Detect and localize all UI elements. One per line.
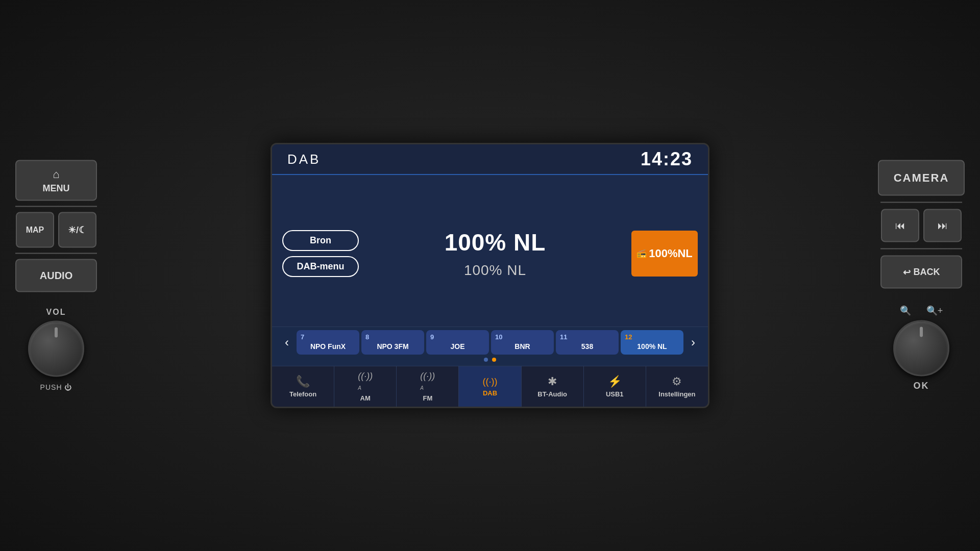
zoom-minus-icon: 🔍 xyxy=(900,305,911,316)
map-label: MAP xyxy=(26,226,44,235)
prev-icon: ⏮ xyxy=(895,220,905,232)
zoom-plus-icon: 🔍+ xyxy=(926,305,943,316)
presets-prev-arrow[interactable]: ‹ xyxy=(277,330,297,355)
vol-label: VOL xyxy=(46,308,66,317)
presets-section: ‹ 7 NPO FunX 8 NPO 3FM 9 JOE xyxy=(272,327,708,366)
audio-label: AUDIO xyxy=(40,270,72,282)
phone-icon: 📞 xyxy=(296,375,310,388)
page-dots xyxy=(272,355,708,363)
screen-content: Bron DAB-menu 100% NL 100% NL 📻 100%NL xyxy=(272,175,708,407)
screen-header: DAB 14:23 xyxy=(272,144,708,175)
ok-label: OK xyxy=(914,381,929,391)
preset-item[interactable]: 11 538 xyxy=(556,330,619,355)
fm-icon: ((·))A xyxy=(420,371,435,392)
volume-knob[interactable] xyxy=(28,321,84,377)
main-screen: DAB 14:23 Bron DAB-menu 100% NL 100% NL xyxy=(271,143,709,408)
nav-item-dab[interactable]: ((·)) DAB xyxy=(459,366,521,407)
logo-radio-icon: 📻 xyxy=(636,248,647,258)
preset-item[interactable]: 10 BNR xyxy=(491,330,554,355)
bron-button[interactable]: Bron xyxy=(282,230,359,251)
station-info: 100% NL 100% NL xyxy=(369,229,621,279)
camera-label: CAMERA xyxy=(894,171,949,184)
header-time: 14:23 xyxy=(641,148,693,170)
source-buttons: Bron DAB-menu xyxy=(282,230,359,277)
nav-item-bt-audio[interactable]: ✱ BT-Audio xyxy=(522,366,584,407)
map-bright-row: MAP ☀/☾ xyxy=(16,212,96,248)
audio-button[interactable]: AUDIO xyxy=(15,259,97,292)
dot-1 xyxy=(484,358,488,362)
nav-item-fm[interactable]: ((·))A FM xyxy=(397,366,459,407)
preset-item[interactable]: 7 NPO FunX xyxy=(297,330,359,355)
bron-label: Bron xyxy=(310,235,331,245)
nav-item-am[interactable]: ((·))A AM xyxy=(334,366,397,407)
next-icon: ⏭ xyxy=(938,220,948,232)
presets-next-arrow[interactable]: › xyxy=(683,330,703,355)
bottom-nav: 📞 Telefoon ((·))A AM ((·))A FM ((·)) DAB… xyxy=(272,366,708,407)
nav-item-usb1[interactable]: ⚡ USB1 xyxy=(584,366,646,407)
car-frame: ⌂ MENU MAP ☀/☾ AUDIO VOL PUSH ⏻ DAB 14:2… xyxy=(0,0,980,551)
station-name-big: 100% NL xyxy=(445,229,546,256)
usb-icon: ⚡ xyxy=(608,375,622,388)
menu-button[interactable]: ⌂ MENU xyxy=(15,160,97,201)
station-logo: 📻 100%NL xyxy=(631,231,698,277)
presets-row: ‹ 7 NPO FunX 8 NPO 3FM 9 JOE xyxy=(272,330,708,355)
logo-text: 100%NL xyxy=(649,247,693,260)
dab-icon: ((·)) xyxy=(483,377,498,387)
right-knob[interactable] xyxy=(893,320,949,377)
dab-menu-label: DAB-menu xyxy=(297,261,345,271)
station-name-sub: 100% NL xyxy=(464,262,526,279)
presets-list: 7 NPO FunX 8 NPO 3FM 9 JOE 10 xyxy=(297,330,683,355)
preset-item[interactable]: 9 JOE xyxy=(426,330,489,355)
settings-icon: ⚙ xyxy=(672,375,682,388)
back-button[interactable]: ↩ BACK xyxy=(880,256,962,289)
nav-item-instellingen[interactable]: ⚙ Instellingen xyxy=(646,366,708,407)
preset-item-active[interactable]: 12 100% NL xyxy=(621,330,683,355)
camera-button[interactable]: CAMERA xyxy=(878,160,965,196)
brightness-icon: ☀/☾ xyxy=(68,224,87,236)
station-section: Bron DAB-menu 100% NL 100% NL 📻 100%NL xyxy=(272,175,708,327)
right-knob-section: 🔍 🔍+ OK xyxy=(893,305,949,391)
prev-button[interactable]: ⏮ xyxy=(881,209,919,242)
right-controls: CAMERA ⏮ ⏭ ↩ BACK 🔍 🔍+ OK xyxy=(878,160,965,391)
map-button[interactable]: MAP xyxy=(16,212,54,248)
menu-label: MENU xyxy=(43,183,70,193)
dot-2 xyxy=(492,358,496,362)
header-title: DAB xyxy=(287,152,321,167)
am-icon: ((·))A xyxy=(358,371,373,392)
media-controls: ⏮ ⏭ xyxy=(881,209,962,242)
nav-item-telefoon[interactable]: 📞 Telefoon xyxy=(272,366,334,407)
home-icon: ⌂ xyxy=(53,167,59,181)
bluetooth-icon: ✱ xyxy=(548,375,557,388)
next-button[interactable]: ⏭ xyxy=(923,209,962,242)
push-label: PUSH ⏻ xyxy=(40,383,72,391)
brightness-button[interactable]: ☀/☾ xyxy=(58,212,96,248)
dab-menu-button[interactable]: DAB-menu xyxy=(282,256,359,277)
back-label: BACK xyxy=(914,267,940,278)
back-arrow-icon: ↩ xyxy=(903,266,911,278)
preset-item[interactable]: 8 NPO 3FM xyxy=(361,330,424,355)
left-controls: ⌂ MENU MAP ☀/☾ AUDIO VOL PUSH ⏻ xyxy=(15,160,97,391)
vol-section: VOL PUSH ⏻ xyxy=(28,308,84,391)
